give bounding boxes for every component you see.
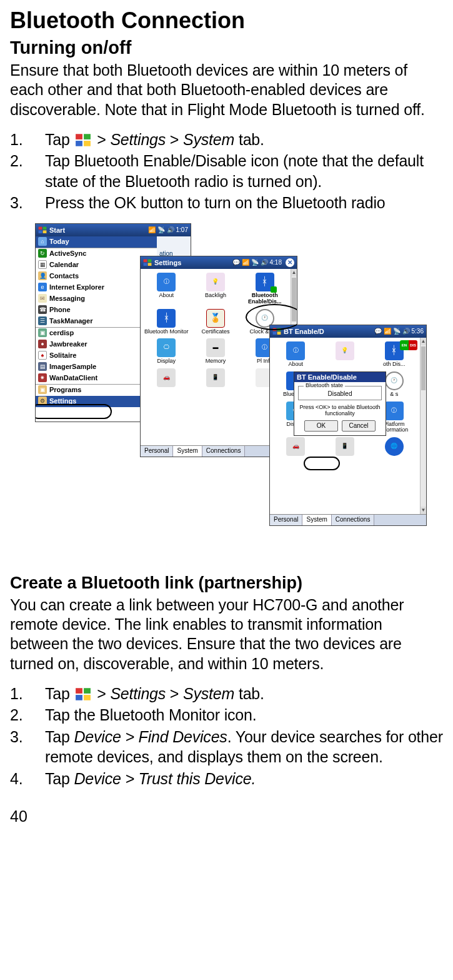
calendar-icon: ▦	[38, 260, 47, 269]
icon-regional[interactable]: 🚗	[271, 437, 321, 457]
svg-rect-8	[144, 259, 147, 262]
step-1: 1. Tap > Settings > System tab.	[10, 129, 443, 150]
section-turning-on-off-heading: Turning on/off	[10, 38, 443, 58]
windows-flag-icon	[38, 226, 47, 234]
svg-rect-7	[43, 230, 47, 233]
cards-icon: ♠	[38, 351, 47, 360]
icon-certificates[interactable]: 🏅Certificates	[191, 309, 241, 335]
mail-icon: ✉	[38, 294, 47, 303]
scroll-up-icon[interactable]: ▲	[421, 338, 426, 345]
windows-flag-icon	[272, 328, 281, 335]
tab-connections[interactable]: Connections	[202, 446, 246, 457]
chat-icon: 💬	[232, 259, 240, 266]
speaker-icon: 🔊	[261, 259, 268, 266]
signal-icon: 📶	[242, 259, 249, 266]
chat-icon: 💬	[374, 328, 382, 335]
icon-grid: ⓘAbout 💡Backligh ᚼBluetooth Enable/Dis..…	[141, 269, 291, 393]
icon-display[interactable]: 🖵Display	[142, 338, 191, 365]
scrollbar[interactable]: ▲ ▼	[420, 338, 426, 514]
dialog-message: Press <OK> to enable Bluetooth functiona…	[298, 404, 382, 417]
svg-rect-13	[277, 328, 281, 331]
section1-steps: 1. Tap > Settings > System tab. 2. Tap B…	[10, 129, 443, 213]
tab-personal[interactable]: Personal	[141, 446, 173, 457]
signal-icon: 📶	[148, 226, 156, 233]
svg-rect-18	[76, 695, 83, 700]
page-content: Bluetooth Connection Turning on/off Ensu…	[0, 0, 453, 833]
scroll-up-icon[interactable]: ▲	[291, 269, 297, 276]
bt-enable-dialog: BT Enable/Disable Bluetooth state Disabl…	[294, 371, 386, 436]
clock-text: 1:07	[176, 226, 188, 233]
svg-rect-9	[148, 259, 152, 262]
speaker-icon: 🔊	[167, 226, 174, 233]
title-text: BT Enable/D	[284, 328, 324, 335]
speaker-icon: 🔊	[402, 328, 410, 335]
wan-icon: ✷	[38, 373, 47, 382]
dialog-header: BT Enable/Disable	[294, 372, 386, 382]
step-2: 2. Tap the Bluetooth Monitor icon.	[10, 705, 443, 725]
svg-rect-12	[273, 328, 277, 331]
windows-flag-icon	[143, 259, 152, 266]
titlebar: Settings 💬 📶 📡 🔊 4:18 ✕	[141, 256, 297, 269]
close-icon[interactable]: ✕	[286, 258, 294, 267]
svg-rect-14	[273, 331, 277, 335]
section-create-link-heading: Create a Bluetooth link (partnership)	[10, 573, 443, 593]
scroll-down-icon[interactable]: ▼	[421, 507, 426, 514]
step-3: 3. Tap Device > Find Devices. Your devic…	[10, 727, 443, 767]
svg-rect-15	[277, 331, 281, 335]
icon-bt-monitor[interactable]: ᚼBluetooth Monitor	[142, 309, 191, 335]
tabs: Personal System Connections	[270, 514, 426, 525]
titlebar: Start 📶 📡 🔊 1:07	[36, 224, 191, 236]
page-title: Bluetooth Connection	[10, 8, 443, 34]
antenna-icon: 📡	[251, 259, 259, 266]
programs-icon: ▣	[38, 385, 47, 394]
icon-backlight[interactable]: 💡Backligh	[191, 273, 241, 305]
svg-rect-10	[144, 263, 147, 266]
icon-regional[interactable]: 🚗	[142, 368, 191, 388]
antenna-icon: 📡	[393, 328, 401, 335]
section2-steps: 1. Tap > Settings > System tab. 2. Tap t…	[10, 684, 443, 789]
icon-about[interactable]: ⓘAbout	[142, 273, 191, 305]
tab-system[interactable]: System	[173, 446, 202, 457]
titlebar: BT Enable/D 💬 📶 📡 🔊 5:36	[270, 325, 426, 338]
icon-globe[interactable]: 🌐	[369, 437, 419, 457]
signal-icon: 📶	[384, 328, 391, 335]
bt-state-value: Disabled	[328, 390, 352, 397]
today-icon: ⌂	[38, 237, 47, 246]
antenna-icon: 📡	[157, 226, 165, 233]
svg-rect-19	[84, 695, 91, 700]
step-2: 2. Tap Bluetooth Enable/Disable icon (no…	[10, 151, 443, 191]
ok-button[interactable]: OK	[304, 420, 338, 432]
svg-rect-0	[76, 134, 83, 139]
tab-system[interactable]: System	[302, 515, 331, 525]
windows-flag-icon	[75, 131, 91, 145]
windows-flag-icon	[75, 685, 91, 699]
game-icon: ●	[38, 340, 47, 348]
sync-icon: ↻	[38, 249, 47, 258]
icon-memory[interactable]: ▬Memory	[191, 338, 241, 365]
icon-radio[interactable]: 📱	[321, 437, 370, 457]
section1-intro: Ensure that both Bluetooth devices are w…	[10, 61, 443, 119]
bt-state-group: Bluetooth state Disabled	[298, 386, 382, 400]
svg-rect-2	[76, 141, 83, 146]
group-legend: Bluetooth state	[304, 382, 345, 388]
clock-text: 5:36	[412, 328, 424, 335]
svg-rect-16	[76, 688, 83, 694]
screenshot-bt-enable-dialog: BT Enable/D 💬 📶 📡 🔊 5:36 EN DIS ⓘAbout 💡…	[269, 325, 427, 526]
icon-bt-enable-disable[interactable]: ᚼBluetooth Enable/Dis...	[240, 273, 289, 305]
tab-personal[interactable]: Personal	[270, 515, 302, 525]
phone-icon: ☎	[38, 305, 47, 314]
cancel-button[interactable]: Cancel	[342, 420, 376, 432]
svg-rect-5	[43, 226, 47, 230]
imager-icon: ▤	[38, 362, 47, 371]
icon-backlight[interactable]: 💡	[321, 341, 370, 368]
svg-rect-6	[39, 230, 42, 233]
settings-icon: ⚙	[38, 397, 47, 405]
title-text: Settings	[154, 259, 181, 266]
icon-about[interactable]: ⓘAbout	[271, 341, 321, 368]
scroll-thumb[interactable]	[421, 346, 426, 390]
svg-rect-1	[84, 134, 91, 139]
tab-connections[interactable]: Connections	[332, 515, 375, 525]
icon-radio[interactable]: 📱	[191, 368, 241, 388]
screenshot-composite: Start 📶 📡 🔊 1:07 ation ⌂Today ↻ActiveSyn…	[35, 223, 435, 561]
scroll-thumb[interactable]	[292, 278, 296, 321]
